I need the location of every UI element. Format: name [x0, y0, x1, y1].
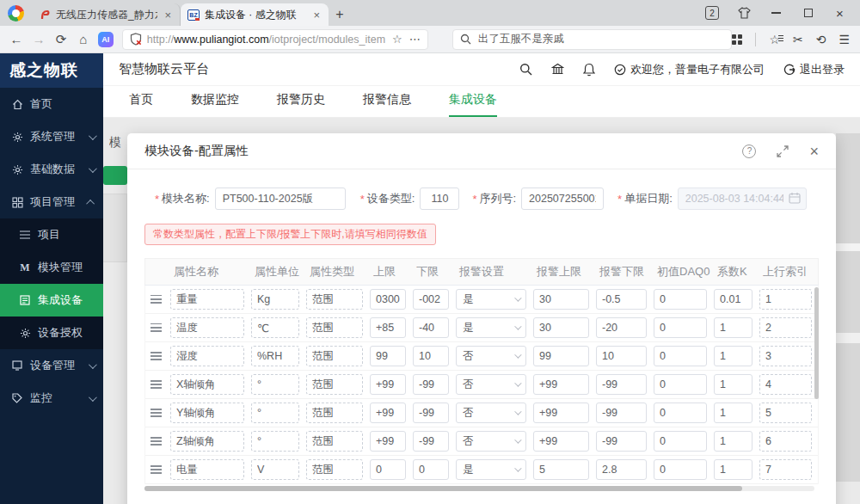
index-input[interactable] — [759, 346, 812, 366]
upper-input[interactable] — [370, 459, 406, 480]
sidebar-item-home[interactable]: 首页 — [0, 88, 103, 120]
sidebar-subitem-device-auth[interactable]: 设备授权 — [0, 317, 103, 349]
drag-handle-icon[interactable] — [145, 352, 167, 360]
back-button[interactable]: ← — [5, 32, 28, 46]
date-input[interactable] — [678, 187, 807, 210]
upper-input[interactable] — [370, 374, 406, 395]
alarm-select[interactable]: 否 — [456, 431, 526, 452]
dialog-close-icon[interactable]: × — [809, 144, 819, 159]
alarm_upper-input[interactable] — [533, 459, 589, 480]
minimize-button[interactable] — [770, 7, 783, 20]
k-input[interactable] — [714, 431, 752, 452]
lower-input[interactable] — [413, 374, 449, 395]
index-input[interactable] — [759, 317, 812, 338]
ai-assistant-button[interactable]: AI — [98, 32, 114, 47]
sidebar-item-basic-data[interactable]: 基础数据 — [0, 153, 103, 186]
sidebar-subitem-integrated-device[interactable]: 集成设备 — [0, 284, 103, 317]
index-input[interactable] — [759, 459, 812, 480]
alarm_lower-input[interactable] — [596, 346, 647, 366]
forward-button[interactable]: → — [28, 32, 50, 46]
header-search-icon[interactable] — [519, 63, 532, 76]
alarm-select[interactable]: 否 — [456, 374, 526, 395]
alarm-select[interactable]: 否 — [456, 403, 526, 423]
tab-alarm-info[interactable]: 报警信息 — [363, 92, 411, 117]
lower-input[interactable] — [413, 403, 449, 423]
fullscreen-icon[interactable] — [777, 145, 789, 157]
type-input[interactable] — [306, 374, 363, 395]
drag-handle-icon[interactable] — [145, 437, 167, 446]
favorites-list-icon[interactable]: ☆ — [769, 33, 780, 46]
window-badge[interactable]: 2 — [705, 6, 719, 20]
type-input[interactable] — [306, 289, 363, 310]
sidebar-item-monitor[interactable]: 监控 — [0, 382, 103, 415]
name-input[interactable] — [170, 431, 244, 452]
index-input[interactable] — [759, 403, 812, 423]
alarm_lower-input[interactable] — [596, 403, 647, 423]
browser-tab-2[interactable]: BZ 集成设备 · 感之物联 × — [181, 3, 329, 26]
alarm-select[interactable]: 是 — [456, 459, 526, 480]
alarm-select[interactable]: 否 — [456, 346, 526, 366]
init-input[interactable] — [654, 346, 707, 366]
name-input[interactable] — [170, 374, 244, 395]
unit-input[interactable] — [251, 431, 299, 452]
tab1-close-icon[interactable]: × — [163, 9, 173, 22]
drag-handle-icon[interactable] — [145, 409, 167, 417]
quick-search-bar[interactable]: 出了五服不是亲戚 — [452, 29, 733, 50]
alarm_upper-input[interactable] — [533, 289, 589, 310]
drag-handle-icon[interactable] — [145, 295, 167, 304]
lower-input[interactable] — [413, 346, 449, 366]
apps-grid-icon[interactable] — [732, 34, 742, 45]
close-window-button[interactable]: × — [833, 7, 846, 20]
unit-input[interactable] — [251, 317, 299, 338]
url-text[interactable]: http://www.puliangiot.com/iotproject/mod… — [147, 34, 385, 46]
alarm_upper-input[interactable] — [533, 403, 589, 423]
drag-handle-icon[interactable] — [145, 465, 167, 474]
header-building-icon[interactable] — [551, 63, 564, 76]
index-input[interactable] — [759, 431, 812, 452]
init-input[interactable] — [654, 317, 707, 338]
alarm-select[interactable]: 是 — [456, 317, 526, 338]
type-input[interactable] — [306, 317, 363, 338]
lower-input[interactable] — [413, 459, 449, 480]
init-input[interactable] — [654, 374, 707, 395]
k-input[interactable] — [714, 346, 752, 366]
init-input[interactable] — [654, 431, 707, 452]
table-horizontal-scrollbar[interactable] — [144, 486, 814, 491]
upper-input[interactable] — [370, 403, 406, 423]
lower-input[interactable] — [413, 431, 449, 452]
sidebar-subitem-project[interactable]: 项目 — [0, 218, 103, 251]
help-icon[interactable]: ? — [742, 144, 756, 158]
name-input[interactable] — [170, 403, 244, 423]
lower-input[interactable] — [413, 317, 449, 338]
k-input[interactable] — [714, 317, 752, 338]
unit-input[interactable] — [251, 374, 299, 395]
init-input[interactable] — [654, 289, 707, 310]
alarm_upper-input[interactable] — [533, 431, 589, 452]
device-type-input[interactable] — [420, 187, 459, 210]
type-input[interactable] — [306, 431, 363, 452]
sidebar-subitem-module-mgmt[interactable]: M 模块管理 — [0, 251, 103, 284]
k-input[interactable] — [714, 403, 752, 423]
address-bar[interactable]: http://www.puliangiot.com/iotproject/mod… — [122, 29, 428, 50]
table-vertical-scrollbar[interactable] — [814, 287, 819, 484]
theme-shirt-icon[interactable] — [738, 7, 751, 20]
drag-handle-icon[interactable] — [145, 323, 167, 332]
scrollbar-thumb[interactable] — [144, 486, 742, 491]
lower-input[interactable] — [413, 289, 449, 310]
alarm_lower-input[interactable] — [596, 289, 647, 310]
index-input[interactable] — [759, 374, 812, 395]
bookmark-star-icon[interactable]: ☆ — [392, 33, 402, 46]
tab2-close-icon[interactable]: × — [311, 9, 322, 22]
name-input[interactable] — [170, 459, 244, 480]
tab-alarm-history[interactable]: 报警历史 — [277, 92, 325, 117]
screenshot-scissors-icon[interactable]: ✂ — [793, 33, 803, 46]
alarm_upper-input[interactable] — [533, 317, 589, 338]
module-name-input[interactable] — [215, 187, 346, 210]
logout-button[interactable]: 退出登录 — [783, 62, 845, 77]
type-input[interactable] — [306, 459, 363, 480]
alarm_lower-input[interactable] — [596, 459, 647, 480]
browser-logo-icon[interactable] — [8, 5, 24, 22]
alarm_upper-input[interactable] — [533, 374, 589, 395]
name-input[interactable] — [170, 317, 244, 338]
sidebar-item-system[interactable]: 系统管理 — [0, 120, 103, 153]
